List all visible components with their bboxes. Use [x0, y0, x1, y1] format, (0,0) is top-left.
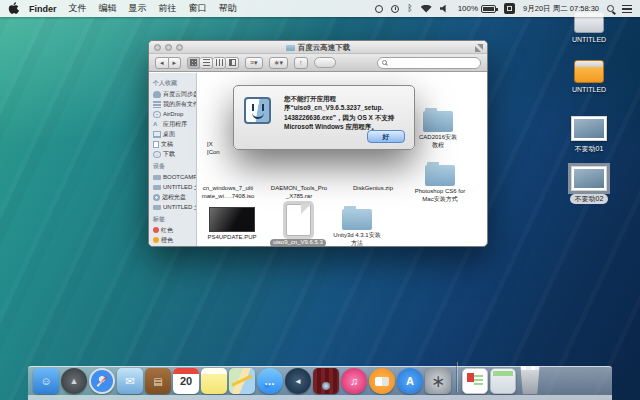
- dock-app-icon: [518, 366, 542, 394]
- dock-app-icon: A: [397, 368, 423, 394]
- dock-safari-icon[interactable]: [89, 368, 115, 394]
- coverflow-view-button[interactable]: [226, 57, 239, 69]
- file-uiso9-exe-selected[interactable]: uiso9_cn_V9.6.5.3237_set…6636.exe: [269, 204, 327, 247]
- file-icon: [342, 209, 372, 230]
- file-icon: [425, 165, 455, 186]
- dock-app-icon: [229, 368, 255, 394]
- fullscreen-icon[interactable]: [475, 44, 483, 52]
- file-diskgenius-zip[interactable]: DiskGenius.zip: [341, 185, 405, 193]
- action-gear-button[interactable]: ∗▾: [269, 57, 288, 69]
- menu-bar: Finder文件编辑显示前往窗口帮助 ᛒ 100% 9月20日 周二 07:58…: [0, 0, 640, 17]
- back-button[interactable]: ◂: [155, 57, 169, 69]
- dock-document-stack-icon[interactable]: [462, 368, 488, 394]
- dock-appstore-icon[interactable]: A: [397, 368, 423, 394]
- battery-icon: [481, 5, 496, 13]
- spotlight-icon[interactable]: [607, 5, 614, 12]
- desktop-icon-label: UNTITLED: [572, 86, 606, 93]
- dock-calendar-icon[interactable]: 20: [173, 368, 199, 394]
- dock-app-icon: [369, 368, 395, 394]
- alert-message: 您不能打开应用程 序“uiso9_cn_V9.6.5.3237_setup. 1…: [284, 94, 410, 132]
- dock-app-icon: ▤: [145, 368, 171, 394]
- view-segmented-control: [187, 57, 239, 69]
- file-photoshop-cs6-folder[interactable]: Photoshop CS6 forMac安装方式: [407, 165, 473, 204]
- dock-ibooks-icon[interactable]: [369, 368, 395, 394]
- dock: ☺ ▲ ✉ ▤ 20: [28, 360, 612, 400]
- file-icon: [423, 111, 453, 132]
- desktop-icon-screenshot-02-selected[interactable]: 不要动02: [560, 166, 618, 204]
- dock-mail-icon[interactable]: ✉: [117, 368, 143, 394]
- volume-icon[interactable]: [440, 5, 450, 13]
- battery-percent-label: 100%: [458, 4, 478, 13]
- menu-extra-clock-icon[interactable]: [391, 5, 399, 13]
- file-unity3d-folder[interactable]: Unity3d 4.3.1安装方法: [327, 209, 387, 247]
- dock-launchpad-icon[interactable]: ▲: [61, 368, 87, 394]
- icon-view-button[interactable]: [187, 57, 200, 69]
- dock-items: ☺ ▲ ✉ ▤ 20: [28, 360, 612, 400]
- dock-finder-icon[interactable]: ☺: [33, 368, 59, 394]
- search-icon: [382, 60, 387, 65]
- dock-app-icon: …: [257, 368, 283, 394]
- dock-minimized-window-icon[interactable]: [490, 368, 516, 394]
- dock-maps-icon[interactable]: [229, 368, 255, 394]
- dock-messages-icon[interactable]: …: [257, 368, 283, 394]
- window-titlebar[interactable]: 百度云高速下载: [149, 41, 487, 54]
- dock-app-icon: [490, 368, 516, 394]
- dock-app-icon: [89, 368, 115, 394]
- menu-item[interactable]: 帮助: [219, 2, 237, 15]
- desktop-icon-image: [571, 116, 607, 141]
- share-button[interactable]: ↑: [294, 57, 308, 69]
- window-toolbar: ◂ ▸ ≡▾ ∗▾ ↑: [149, 54, 487, 72]
- list-view-button[interactable]: [200, 57, 213, 69]
- input-method-icon[interactable]: [504, 3, 515, 14]
- window-title: 百度云高速下载: [149, 43, 487, 53]
- desktop-icon-image: [571, 166, 607, 191]
- menu-item[interactable]: 显示: [129, 2, 147, 15]
- file-windows7-iso[interactable]: cn_windows_7_ultimate_wi….7408.iso: [197, 185, 259, 201]
- file-label: DiskGenius.zip: [341, 185, 405, 193]
- nav-buttons: ◂ ▸: [155, 57, 181, 69]
- dock-app-icon: ♫: [341, 368, 367, 394]
- desktop-icon-screenshot-01[interactable]: 不要动01: [560, 116, 618, 154]
- menu-item[interactable]: 文件: [69, 2, 87, 15]
- dock-notes-icon[interactable]: [201, 368, 227, 394]
- wifi-icon[interactable]: [421, 5, 432, 13]
- menu-item[interactable]: 前往: [159, 2, 177, 15]
- dock-contacts-icon[interactable]: ▤: [145, 368, 171, 394]
- arrange-menu-button[interactable]: ≡▾: [245, 57, 263, 69]
- notification-center-icon[interactable]: [622, 5, 632, 13]
- dock-trash-icon[interactable]: [518, 366, 542, 394]
- dock-app-icon: ▲: [61, 368, 87, 394]
- dock-photobooth-icon[interactable]: [313, 368, 339, 394]
- dock-app-icon: ∗: [425, 368, 451, 394]
- menu-item[interactable]: Finder: [29, 4, 57, 14]
- ok-button[interactable]: 好: [367, 130, 405, 143]
- file-label: Unity3d 4.3.1安装方法: [327, 232, 387, 247]
- dock-facetime-icon[interactable]: ◄: [285, 368, 311, 394]
- dock-separator[interactable]: [456, 362, 457, 392]
- dock-itunes-icon[interactable]: ♫: [341, 368, 367, 394]
- dock-system-preferences-icon[interactable]: ∗: [425, 368, 451, 394]
- dock-app-icon: 20: [173, 368, 199, 394]
- desktop-icon-label: UNTITLED: [572, 36, 606, 43]
- menu-bar-clock[interactable]: 9月20日 周二 07:58:30: [523, 4, 599, 14]
- dock-app-icon: ☺: [33, 368, 59, 394]
- dock-app-icon: ◄: [285, 368, 311, 394]
- bluetooth-icon[interactable]: ᛒ: [407, 4, 412, 13]
- tags-button[interactable]: [314, 57, 336, 68]
- forward-button[interactable]: ▸: [169, 57, 182, 69]
- menu-item[interactable]: 窗口: [189, 2, 207, 15]
- dock-app-icon: [462, 368, 488, 394]
- battery-status[interactable]: 100%: [458, 4, 496, 13]
- menu-item[interactable]: 编辑: [99, 2, 117, 15]
- search-field[interactable]: [377, 57, 481, 69]
- column-view-button[interactable]: [213, 57, 226, 69]
- desktop-icon-untitled-usb[interactable]: UNTITLED: [560, 60, 618, 93]
- apple-menu-icon[interactable]: [8, 2, 19, 15]
- desktop-icon-label: 不要动02: [570, 194, 609, 204]
- file-daemon-tools-rar[interactable]: DAEMON_Tools_Pro_X785.rar: [267, 185, 331, 201]
- menu-extra-circle-icon[interactable]: [375, 5, 383, 13]
- file-label: DAEMON_Tools_Pro_X785.rar: [267, 185, 331, 201]
- file-icon: [209, 207, 255, 232]
- file-ps4update-pup[interactable]: PS4UPDATE.PUP: [201, 207, 263, 242]
- file-icon: [286, 204, 311, 236]
